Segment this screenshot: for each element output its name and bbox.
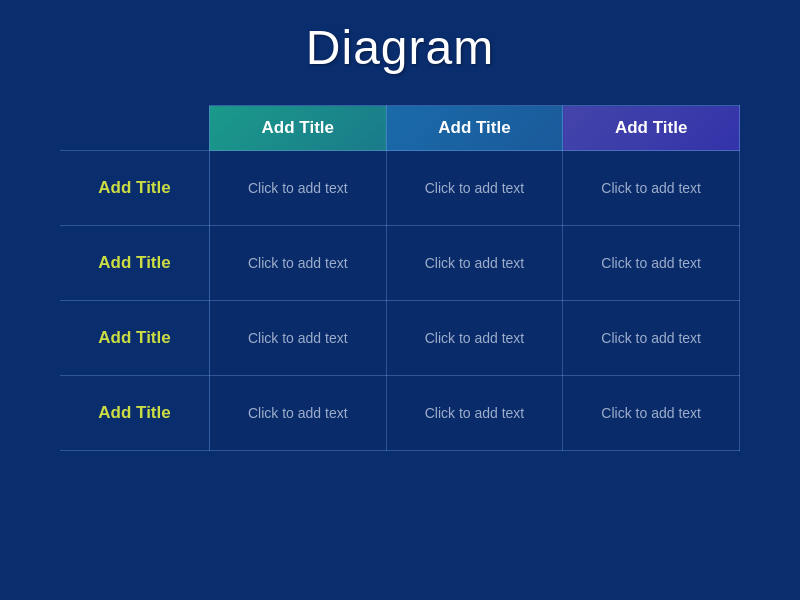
header-col2[interactable]: Add Title bbox=[386, 106, 563, 151]
cell-r1-c0[interactable]: Click to add text bbox=[209, 226, 386, 301]
header-col3[interactable]: Add Title bbox=[563, 106, 740, 151]
diagram-table-container: Add Title Add Title Add Title Add TitleC… bbox=[60, 105, 740, 451]
header-col1[interactable]: Add Title bbox=[209, 106, 386, 151]
row-title-1[interactable]: Add Title bbox=[60, 226, 209, 301]
diagram-table: Add Title Add Title Add Title Add TitleC… bbox=[60, 105, 740, 451]
cell-r0-c1[interactable]: Click to add text bbox=[386, 151, 563, 226]
row-title-0[interactable]: Add Title bbox=[60, 151, 209, 226]
cell-r0-c2[interactable]: Click to add text bbox=[563, 151, 740, 226]
table-row: Add TitleClick to add textClick to add t… bbox=[60, 226, 740, 301]
cell-r1-c2[interactable]: Click to add text bbox=[563, 226, 740, 301]
cell-r3-c1[interactable]: Click to add text bbox=[386, 376, 563, 451]
cell-r2-c1[interactable]: Click to add text bbox=[386, 301, 563, 376]
row-title-3[interactable]: Add Title bbox=[60, 376, 209, 451]
table-row: Add TitleClick to add textClick to add t… bbox=[60, 151, 740, 226]
cell-r0-c0[interactable]: Click to add text bbox=[209, 151, 386, 226]
table-row: Add TitleClick to add textClick to add t… bbox=[60, 376, 740, 451]
row-title-2[interactable]: Add Title bbox=[60, 301, 209, 376]
cell-r1-c1[interactable]: Click to add text bbox=[386, 226, 563, 301]
header-empty bbox=[60, 106, 209, 151]
table-row: Add TitleClick to add textClick to add t… bbox=[60, 301, 740, 376]
cell-r2-c0[interactable]: Click to add text bbox=[209, 301, 386, 376]
page-title: Diagram bbox=[306, 20, 494, 75]
cell-r2-c2[interactable]: Click to add text bbox=[563, 301, 740, 376]
cell-r3-c0[interactable]: Click to add text bbox=[209, 376, 386, 451]
cell-r3-c2[interactable]: Click to add text bbox=[563, 376, 740, 451]
